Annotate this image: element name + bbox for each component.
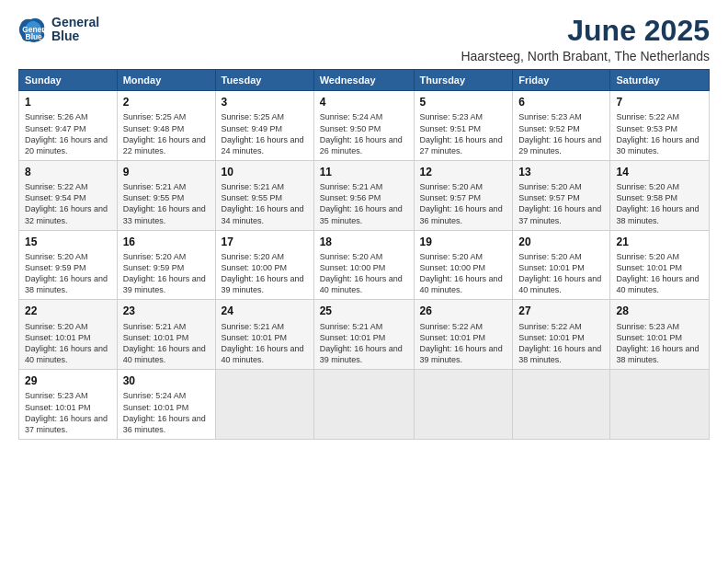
daylight-text: Daylight: 16 hours and 40 minutes. (320, 274, 403, 294)
daylight-text: Daylight: 16 hours and 40 minutes. (518, 274, 601, 294)
calendar-week-row: 8Sunrise: 5:22 AMSunset: 9:54 PMDaylight… (19, 160, 710, 230)
sunrise-text: Sunrise: 5:22 AM (25, 182, 88, 191)
sunrise-text: Sunrise: 5:20 AM (518, 182, 582, 191)
daylight-text: Daylight: 16 hours and 35 minutes. (320, 204, 403, 224)
sunrise-text: Sunrise: 5:21 AM (320, 182, 383, 191)
day-number: 2 (123, 95, 210, 109)
sunrise-text: Sunrise: 5:22 AM (518, 322, 582, 331)
daylight-text: Daylight: 16 hours and 39 minutes. (222, 274, 304, 294)
sunset-text: Sunset: 9:54 PM (25, 193, 86, 202)
sunset-text: Sunset: 9:51 PM (420, 124, 482, 133)
calendar-week-row: 29Sunrise: 5:23 AMSunset: 10:01 PMDaylig… (19, 370, 710, 440)
daylight-text: Daylight: 16 hours and 34 minutes. (222, 204, 304, 224)
sunrise-text: Sunrise: 5:25 AM (123, 112, 187, 121)
table-row: 13Sunrise: 5:20 AMSunset: 9:57 PMDayligh… (513, 160, 610, 230)
day-number: 20 (518, 235, 604, 249)
sunset-text: Sunset: 9:59 PM (25, 263, 86, 272)
table-row: 18Sunrise: 5:20 AMSunset: 10:00 PMDaylig… (313, 230, 414, 300)
table-row: 14Sunrise: 5:20 AMSunset: 9:58 PMDayligh… (610, 160, 710, 230)
table-row: 7Sunrise: 5:22 AMSunset: 9:53 PMDaylight… (610, 91, 710, 161)
daylight-text: Daylight: 16 hours and 38 minutes. (518, 344, 601, 364)
table-row: 25Sunrise: 5:21 AMSunset: 10:01 PMDaylig… (313, 300, 414, 370)
table-row: 22Sunrise: 5:20 AMSunset: 10:01 PMDaylig… (19, 300, 118, 370)
sunrise-text: Sunrise: 5:24 AM (320, 112, 383, 121)
day-number: 7 (616, 95, 703, 109)
daylight-text: Daylight: 16 hours and 37 minutes. (25, 414, 108, 434)
sunrise-text: Sunrise: 5:20 AM (420, 252, 483, 261)
sunset-text: Sunset: 10:01 PM (616, 263, 682, 272)
daylight-text: Daylight: 16 hours and 30 minutes. (616, 135, 699, 155)
table-row: 30Sunrise: 5:24 AMSunset: 10:01 PMDaylig… (117, 370, 215, 440)
location-title: Haarsteeg, North Brabant, The Netherland… (461, 49, 710, 63)
sunset-text: Sunset: 9:56 PM (320, 193, 381, 202)
day-number: 29 (25, 373, 111, 388)
day-number: 13 (518, 165, 604, 179)
day-number: 21 (616, 235, 703, 249)
col-friday: Friday (513, 70, 610, 91)
logo-text-blue: Blue (51, 29, 99, 43)
table-row: 21Sunrise: 5:20 AMSunset: 10:01 PMDaylig… (610, 230, 710, 300)
sunset-text: Sunset: 9:50 PM (320, 124, 381, 133)
sunrise-text: Sunrise: 5:20 AM (25, 252, 88, 261)
daylight-text: Daylight: 16 hours and 39 minutes. (123, 274, 206, 294)
sunrise-text: Sunrise: 5:20 AM (222, 252, 285, 261)
table-row: 4Sunrise: 5:24 AMSunset: 9:50 PMDaylight… (313, 91, 414, 161)
day-number: 5 (420, 95, 507, 109)
table-row: 24Sunrise: 5:21 AMSunset: 10:01 PMDaylig… (215, 300, 313, 370)
daylight-text: Daylight: 16 hours and 40 minutes. (222, 344, 304, 364)
day-number: 27 (518, 304, 604, 318)
table-row (313, 370, 414, 440)
table-row (215, 370, 313, 440)
sunset-text: Sunset: 10:01 PM (123, 403, 189, 412)
table-row: 26Sunrise: 5:22 AMSunset: 10:01 PMDaylig… (414, 300, 513, 370)
sunset-text: Sunset: 9:52 PM (518, 124, 580, 133)
day-number: 6 (518, 95, 604, 109)
table-row: 16Sunrise: 5:20 AMSunset: 9:59 PMDayligh… (117, 230, 215, 300)
sunset-text: Sunset: 9:58 PM (616, 193, 677, 202)
sunset-text: Sunset: 10:01 PM (420, 333, 486, 342)
sunrise-text: Sunrise: 5:22 AM (420, 322, 483, 331)
daylight-text: Daylight: 16 hours and 26 minutes. (320, 135, 403, 155)
day-number: 17 (222, 235, 308, 249)
sunset-text: Sunset: 10:00 PM (420, 263, 486, 272)
daylight-text: Daylight: 16 hours and 20 minutes. (25, 135, 108, 155)
table-row: 17Sunrise: 5:20 AMSunset: 10:00 PMDaylig… (215, 230, 313, 300)
sunrise-text: Sunrise: 5:26 AM (25, 112, 88, 121)
table-row: 12Sunrise: 5:20 AMSunset: 9:57 PMDayligh… (414, 160, 513, 230)
daylight-text: Daylight: 16 hours and 39 minutes. (420, 344, 503, 364)
sunset-text: Sunset: 10:01 PM (518, 263, 585, 272)
col-wednesday: Wednesday (313, 70, 414, 91)
sunrise-text: Sunrise: 5:21 AM (123, 182, 187, 191)
sunrise-text: Sunrise: 5:23 AM (616, 322, 679, 331)
sunrise-text: Sunrise: 5:20 AM (320, 252, 383, 261)
sunrise-text: Sunrise: 5:21 AM (222, 322, 285, 331)
day-number: 12 (420, 165, 507, 179)
title-block: June 2025 Haarsteeg, North Brabant, The … (461, 15, 710, 63)
sunrise-text: Sunrise: 5:20 AM (420, 182, 483, 191)
table-row: 3Sunrise: 5:25 AMSunset: 9:49 PMDaylight… (215, 91, 313, 161)
sunset-text: Sunset: 9:57 PM (518, 193, 580, 202)
table-row: 10Sunrise: 5:21 AMSunset: 9:55 PMDayligh… (215, 160, 313, 230)
day-number: 15 (25, 235, 111, 249)
daylight-text: Daylight: 16 hours and 40 minutes. (123, 344, 206, 364)
daylight-text: Daylight: 16 hours and 40 minutes. (25, 344, 108, 364)
calendar-week-row: 1Sunrise: 5:26 AMSunset: 9:47 PMDaylight… (19, 91, 710, 161)
sunrise-text: Sunrise: 5:21 AM (222, 182, 285, 191)
header: General Blue General Blue June 2025 Haar… (18, 15, 710, 63)
day-number: 14 (616, 165, 703, 179)
calendar-week-row: 15Sunrise: 5:20 AMSunset: 9:59 PMDayligh… (19, 230, 710, 300)
col-tuesday: Tuesday (215, 70, 313, 91)
sunset-text: Sunset: 9:57 PM (420, 193, 482, 202)
day-number: 1 (25, 95, 111, 109)
calendar-header-row: Sunday Monday Tuesday Wednesday Thursday… (19, 70, 710, 91)
table-row: 19Sunrise: 5:20 AMSunset: 10:00 PMDaylig… (414, 230, 513, 300)
sunrise-text: Sunrise: 5:23 AM (420, 112, 483, 121)
sunset-text: Sunset: 10:00 PM (320, 263, 386, 272)
day-number: 8 (25, 165, 111, 179)
sunrise-text: Sunrise: 5:21 AM (123, 322, 187, 331)
daylight-text: Daylight: 16 hours and 38 minutes. (616, 344, 699, 364)
sunrise-text: Sunrise: 5:20 AM (616, 182, 679, 191)
logo: General Blue General Blue (18, 15, 99, 44)
table-row: 1Sunrise: 5:26 AMSunset: 9:47 PMDaylight… (19, 91, 118, 161)
col-thursday: Thursday (414, 70, 513, 91)
